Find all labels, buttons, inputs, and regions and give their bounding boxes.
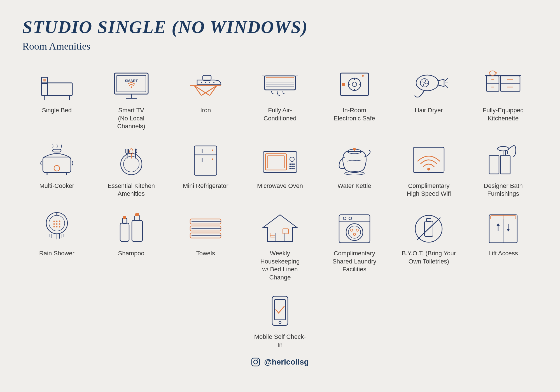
svg-rect-98 (500, 156, 510, 174)
svg-point-112 (56, 220, 57, 222)
svg-point-113 (59, 220, 60, 222)
amenity-towels: Towels (171, 209, 240, 281)
svg-point-39 (416, 75, 438, 91)
amenity-byot: B.Y.O.T. (Bring YourOwn Toiletries) (395, 209, 463, 281)
amenity-multi-cooker: Multi-Cooker (22, 142, 91, 198)
svg-rect-73 (267, 156, 284, 168)
svg-line-14 (194, 86, 201, 95)
svg-point-79 (289, 165, 291, 167)
svg-point-82 (289, 168, 291, 169)
svg-point-76 (289, 163, 291, 165)
svg-marker-153 (507, 229, 510, 232)
svg-point-19 (201, 82, 202, 83)
svg-point-89 (427, 168, 430, 171)
towels-label: Towels (196, 249, 215, 258)
svg-point-116 (59, 223, 60, 225)
svg-rect-24 (266, 77, 294, 80)
svg-rect-0 (41, 83, 72, 95)
svg-point-118 (56, 226, 57, 227)
amenity-bath-furnishings: Designer BathFurnishings (469, 142, 538, 198)
byot-label: B.Y.O.T. (Bring YourOwn Toiletries) (402, 249, 456, 265)
svg-point-53 (54, 165, 60, 171)
shampoo-label: Shampoo (118, 249, 144, 258)
svg-rect-52 (53, 149, 61, 152)
svg-point-141 (348, 226, 361, 238)
kitchen-amenities-icon (109, 142, 154, 178)
svg-point-22 (213, 82, 214, 83)
amenity-housekeeping: Weekly Housekeepingw/ Bed Linen Change (246, 209, 314, 281)
svg-point-140 (346, 224, 363, 241)
svg-point-70 (212, 158, 213, 160)
svg-rect-8 (117, 75, 146, 92)
svg-point-10 (130, 87, 132, 88)
svg-rect-124 (135, 216, 140, 221)
footer: @hericollsg (22, 358, 538, 367)
iron-icon (183, 66, 228, 102)
svg-point-20 (205, 82, 206, 83)
svg-point-115 (56, 223, 57, 225)
svg-rect-72 (265, 154, 286, 170)
svg-rect-121 (122, 218, 127, 223)
byot-icon (406, 209, 451, 246)
svg-point-32 (352, 82, 357, 87)
amenity-wifi: ComplimentaryHigh Speed Wifi (395, 142, 463, 198)
amenities-grid: Single Bed SMART Smart TV(No Local Chann… (22, 66, 538, 281)
svg-point-50 (489, 71, 496, 75)
multi-cooker-icon (34, 142, 79, 178)
svg-point-81 (293, 165, 295, 167)
towels-icon (183, 209, 228, 246)
electronic-safe-label: In-RoomElectronic Safe (334, 106, 375, 122)
lift-access-icon (481, 209, 526, 246)
svg-rect-97 (489, 156, 499, 174)
svg-point-111 (53, 220, 55, 222)
svg-point-69 (212, 150, 213, 151)
wifi-icon (406, 142, 451, 178)
svg-rect-7 (115, 73, 148, 94)
svg-rect-125 (135, 213, 139, 216)
page-subtitle: Room Amenities (22, 40, 538, 52)
svg-rect-122 (123, 216, 126, 219)
svg-point-114 (53, 223, 55, 225)
svg-point-77 (291, 163, 293, 165)
amenity-mobile-checkin: Mobile Self Check-In (252, 293, 308, 349)
svg-line-91 (509, 146, 513, 149)
mini-refrigerator-label: Mini Refrigerator (183, 182, 228, 190)
wifi-label: ComplimentaryHigh Speed Wifi (407, 182, 451, 198)
svg-rect-120 (120, 223, 129, 241)
kitchen-amenities-label: Essential KitchenAmenities (108, 182, 155, 198)
housekeeping-icon (258, 209, 302, 246)
svg-point-119 (59, 226, 60, 227)
water-kettle-icon (332, 142, 377, 178)
svg-point-138 (343, 217, 346, 220)
microwave-oven-label: Microwave Oven (257, 182, 303, 190)
page-title: STUDIO SINGLE (NO WINDOWS) (22, 17, 538, 38)
amenity-single-bed: Single Bed (22, 66, 91, 130)
amenity-kitchenette: Fully-EquippedKitchenette (469, 66, 538, 130)
multi-cooker-label: Multi-Cooker (39, 182, 74, 190)
svg-rect-18 (203, 75, 211, 80)
instagram-icon (251, 358, 260, 367)
amenity-laundry: ComplimentaryShared LaundryFacilities (320, 209, 389, 281)
amenity-microwave-oven: Microwave Oven (246, 142, 314, 198)
svg-point-80 (291, 165, 293, 167)
svg-point-21 (209, 82, 210, 83)
svg-rect-161 (252, 358, 260, 366)
single-bed-icon (34, 66, 79, 102)
hair-dryer-label: Hair Dryer (415, 106, 443, 115)
svg-rect-123 (132, 220, 143, 241)
svg-point-102 (49, 215, 65, 231)
mini-refrigerator-icon (183, 142, 228, 178)
svg-point-57 (123, 156, 139, 172)
svg-point-84 (293, 168, 295, 169)
electronic-safe-icon (332, 66, 377, 102)
svg-point-142 (351, 229, 353, 231)
svg-rect-37 (342, 83, 345, 86)
svg-point-139 (349, 217, 352, 220)
svg-point-78 (293, 163, 295, 165)
kitchenette-icon (481, 66, 526, 102)
svg-point-86 (353, 148, 356, 151)
svg-point-101 (46, 213, 67, 234)
amenity-smart-tv: SMART Smart TV(No Local Channels) (97, 66, 166, 130)
svg-point-90 (498, 146, 509, 151)
amenity-iron: Iron (171, 66, 240, 130)
